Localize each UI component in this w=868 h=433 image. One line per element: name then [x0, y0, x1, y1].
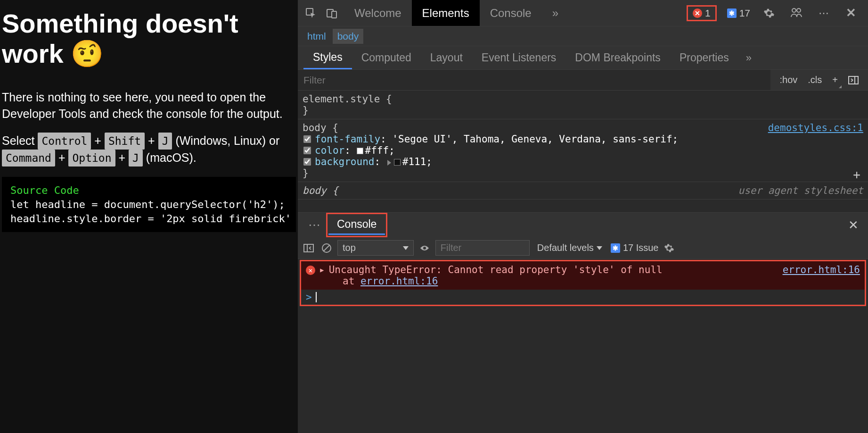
tab-welcome[interactable]: Welcome — [344, 0, 412, 26]
text: (macOS). — [146, 151, 197, 164]
console-messages: ✕ ▸ Uncaught TypeError: Cannot read prop… — [298, 259, 868, 433]
hov-toggle[interactable]: :hov — [777, 73, 801, 87]
error-text: Uncaught TypeError: Cannot read property… — [329, 264, 663, 275]
console-toolbar: top Default levels ✱ 17 Issue — [298, 237, 868, 259]
declaration-background[interactable]: background: #111; — [303, 156, 863, 167]
rule-close: } — [303, 167, 309, 179]
devtools-tabs: Welcome Elements Console » — [344, 0, 569, 26]
decl-toggle[interactable] — [303, 158, 311, 166]
error-count-badge[interactable]: ✕ 1 — [687, 5, 717, 21]
console-drawer: ⋯ Console ✕ top Default levels — [298, 212, 868, 433]
tab-more[interactable]: » — [542, 0, 569, 26]
drawer-tabs: ⋯ Console ✕ — [298, 213, 868, 237]
css-prop: background — [315, 156, 374, 167]
rule-close: } — [303, 105, 863, 116]
svg-rect-7 — [304, 244, 313, 252]
text-cursor — [316, 292, 317, 302]
stack-source-link[interactable]: error.html:16 — [360, 275, 438, 287]
styles-filter-input[interactable] — [298, 70, 770, 90]
subtab-more[interactable]: » — [741, 52, 756, 64]
svg-rect-5 — [849, 76, 858, 84]
subtab-styles[interactable]: Styles — [303, 46, 352, 69]
styles-filter-row: :hov .cls + — [298, 70, 868, 91]
css-prop: color — [315, 145, 344, 156]
expand-stack-icon[interactable]: ▸ — [319, 264, 325, 275]
console-error-message[interactable]: ✕ ▸ Uncaught TypeError: Cannot read prop… — [301, 261, 865, 290]
stack-at: at — [343, 275, 360, 287]
cls-toggle[interactable]: .cls — [805, 73, 825, 87]
chevron-down-icon — [403, 246, 409, 250]
rule-user-agent: body { user agent stylesheet — [298, 182, 868, 200]
log-levels-selector[interactable]: Default levels — [537, 242, 602, 253]
css-prop: font-family — [315, 133, 380, 145]
rule-selector: element.style { — [303, 93, 863, 105]
declaration-color[interactable]: color: #fff; — [303, 145, 863, 156]
declaration-font-family[interactable]: font-family: 'Segoe UI', Tahoma, Geneva,… — [303, 133, 863, 145]
settings-gear-icon[interactable] — [761, 5, 778, 22]
prompt-caret-icon: > — [306, 291, 312, 303]
color-swatch-icon[interactable] — [357, 148, 363, 154]
rule-selector: body { — [303, 185, 338, 196]
kbd-command: Command — [2, 150, 55, 167]
subtab-computed[interactable]: Computed — [352, 46, 421, 69]
tab-elements[interactable]: Elements — [412, 0, 480, 26]
rule-element-style[interactable]: element.style { } — [298, 91, 868, 119]
console-settings-gear-icon[interactable] — [662, 241, 676, 255]
add-declaration-button[interactable]: + — [853, 167, 863, 182]
inspect-element-icon[interactable] — [303, 5, 319, 22]
clear-console-icon[interactable] — [319, 241, 334, 255]
console-filter-input[interactable] — [435, 240, 530, 256]
subtab-layout[interactable]: Layout — [421, 46, 472, 69]
css-val: #fff — [365, 145, 389, 156]
kbd-shift: Shift — [105, 133, 145, 150]
svg-rect-2 — [332, 11, 336, 18]
drawer-tab-console[interactable]: Console — [328, 215, 385, 235]
console-issues-badge[interactable]: ✱ 17 Issue — [611, 242, 659, 253]
decl-toggle[interactable] — [303, 135, 311, 143]
page-intro: There is nothing to see here, you need t… — [2, 89, 296, 122]
rule-selector: body { — [303, 122, 338, 133]
tab-console[interactable]: Console — [480, 0, 542, 26]
color-swatch-icon[interactable] — [394, 159, 401, 166]
live-expression-icon[interactable] — [418, 241, 432, 255]
device-toggle-icon[interactable] — [323, 5, 340, 22]
crumb-body[interactable]: body — [333, 29, 364, 44]
subtab-event-listeners[interactable]: Event Listeners — [472, 46, 566, 69]
toggle-sidebar-icon[interactable] — [845, 74, 861, 86]
decl-toggle[interactable] — [303, 147, 311, 154]
issues-count-badge[interactable]: ✱ 17 — [723, 7, 754, 20]
svg-point-4 — [797, 8, 801, 12]
rule-body[interactable]: body { demostyles.css:1 font-family: 'Se… — [298, 119, 868, 182]
styles-rules: element.style { } body { demostyles.css:… — [298, 91, 868, 200]
crumb-html[interactable]: html — [303, 29, 331, 44]
close-devtools-icon[interactable]: ✕ — [843, 5, 860, 22]
issues-label: 17 Issue — [623, 242, 659, 253]
kbd-control: Control — [38, 133, 91, 150]
css-val: : 'Segoe UI', Tahoma, Geneva, Verdana, s… — [380, 133, 678, 145]
issues-icon: ✱ — [727, 8, 737, 18]
new-style-rule-button[interactable]: + — [829, 73, 841, 87]
page-content: Something doesn't work 🤨 There is nothin… — [0, 0, 298, 433]
toggle-sidebar-icon[interactable] — [302, 241, 316, 255]
feedback-icon[interactable] — [788, 5, 805, 22]
subtab-properties[interactable]: Properties — [670, 46, 738, 69]
more-menu-icon[interactable]: ⋯ — [815, 5, 832, 22]
error-source-link[interactable]: error.html:16 — [783, 264, 860, 275]
issues-icon: ✱ — [611, 243, 620, 253]
kbd-j2: J — [129, 150, 143, 167]
rule-source-link[interactable]: demostyles.css:1 — [768, 122, 863, 133]
console-prompt[interactable]: > — [301, 290, 865, 305]
css-val: #111 — [402, 156, 426, 167]
expand-shorthand-icon[interactable] — [387, 160, 391, 166]
drawer-close-icon[interactable]: ✕ — [843, 218, 863, 233]
styles-subtabs: Styles Computed Layout Event Listeners D… — [298, 46, 868, 70]
source-code-label: Source Code — [10, 183, 287, 198]
styles-filter-tools: :hov .cls + — [770, 73, 868, 87]
issues-count: 17 — [739, 8, 750, 19]
subtab-dom-breakpoints[interactable]: DOM Breakpoints — [565, 46, 670, 69]
drawer-more-icon[interactable]: ⋯ — [303, 218, 326, 233]
drawer-tab-highlight: Console — [326, 213, 387, 237]
code-line-2: headline.style.border = '2px solid fireb… — [10, 212, 287, 226]
context-selector[interactable]: top — [337, 240, 414, 256]
kbd-option: Option — [68, 150, 115, 167]
